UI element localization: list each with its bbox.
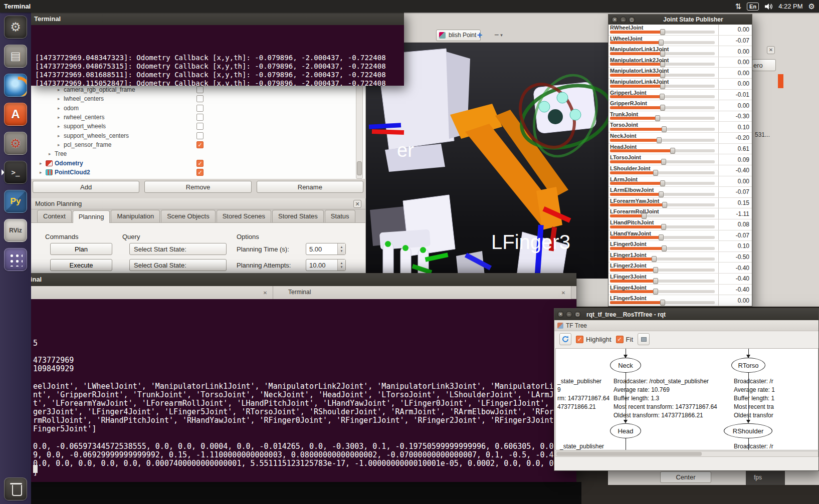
save-image-button[interactable]: [638, 333, 650, 345]
expand-arrow-icon[interactable]: [58, 142, 64, 147]
joint-slider[interactable]: [610, 182, 715, 185]
expand-arrow-icon[interactable]: [40, 170, 46, 175]
slider-handle[interactable]: [662, 245, 667, 251]
expand-arrow-icon[interactable]: [58, 96, 64, 101]
fit-checkbox-group[interactable]: Fit: [616, 336, 633, 343]
window-close-button[interactable]: [557, 311, 564, 318]
slider-handle[interactable]: [652, 256, 657, 262]
expand-arrow-icon[interactable]: [49, 151, 55, 156]
launcher-item-trash[interactable]: [3, 477, 28, 501]
joint-slider[interactable]: [610, 269, 715, 272]
launcher-icon[interactable]: ▤: [4, 45, 27, 68]
joint-slider[interactable]: [610, 193, 715, 196]
launcher-item-terminal[interactable]: >_: [3, 160, 28, 184]
enabled-checkbox[interactable]: [196, 86, 203, 93]
launcher-item-software-center[interactable]: A: [3, 102, 28, 126]
enabled-checkbox[interactable]: [196, 132, 203, 139]
launcher-icon[interactable]: A: [4, 103, 27, 126]
slider-handle[interactable]: [670, 148, 675, 154]
launcher-item-dash[interactable]: ⚙: [3, 15, 28, 39]
scrollbar-thumb[interactable]: [556, 452, 702, 456]
highlight-checkbox-group[interactable]: Highlight: [576, 336, 611, 343]
joint-slider[interactable]: [610, 280, 715, 283]
tree-item[interactable]: odom: [31, 104, 354, 113]
motion-planning-tab[interactable]: Manipulation: [111, 210, 160, 222]
session-gear-icon[interactable]: ⚙: [808, 3, 815, 10]
joint-slider[interactable]: [610, 74, 715, 77]
window-minimize-button[interactable]: [566, 311, 572, 318]
joint-slider[interactable]: [610, 31, 715, 34]
remove-tool-button[interactable]: −: [492, 30, 507, 41]
center-button[interactable]: Center: [660, 471, 711, 483]
joint-slider[interactable]: [610, 236, 715, 239]
slider-handle[interactable]: [660, 94, 665, 100]
enabled-checkbox[interactable]: [196, 169, 203, 176]
execute-button[interactable]: Execute: [50, 259, 112, 271]
joint-slider[interactable]: [610, 171, 715, 174]
tree-item[interactable]: PointCloud2: [31, 168, 354, 177]
expand-arrow-icon[interactable]: [58, 106, 64, 111]
motion-planning-tab[interactable]: Scene Objects: [161, 210, 216, 222]
window-minimize-button[interactable]: [620, 17, 627, 23]
motion-planning-tab[interactable]: Context: [37, 210, 72, 222]
joint-slider[interactable]: [610, 247, 715, 250]
enabled-checkbox[interactable]: [196, 141, 203, 148]
launcher-icon[interactable]: RViz: [4, 219, 27, 242]
rqt-titlebar[interactable]: rqt_tf_tree__RosTfTree - rqt: [554, 309, 818, 320]
slider-handle[interactable]: [655, 115, 660, 121]
select-start-state-dropdown[interactable]: Select Start State:: [129, 243, 227, 255]
slider-handle[interactable]: [653, 267, 658, 273]
launcher-item-files[interactable]: ▤: [3, 44, 28, 68]
displays-action-button[interactable]: Add: [33, 181, 139, 193]
launcher-item-system-settings[interactable]: ⚙: [3, 131, 28, 155]
keyboard-layout-indicator[interactable]: En: [747, 3, 759, 11]
joint-slider[interactable]: [610, 106, 715, 109]
tree-item[interactable]: camera_rgb_optical_frame: [31, 85, 354, 94]
clock[interactable]: 4:22 PM: [778, 3, 802, 10]
slider-handle[interactable]: [657, 137, 662, 143]
enabled-checkbox[interactable]: [196, 105, 203, 112]
tree-item[interactable]: lwheel_centers: [31, 94, 354, 103]
launcher-icon[interactable]: Py: [4, 190, 27, 213]
slider-handle[interactable]: [653, 170, 658, 176]
slider-handle[interactable]: [661, 159, 666, 165]
window-maximize-button[interactable]: [574, 311, 581, 318]
tf-node-head[interactable]: Head: [610, 423, 641, 438]
slider-handle[interactable]: [662, 202, 667, 208]
keyboard-swap-icon[interactable]: ⇅: [735, 3, 741, 10]
joint-slider[interactable]: [610, 139, 715, 142]
joint-slider[interactable]: [610, 290, 715, 293]
launcher-icon[interactable]: [4, 74, 27, 97]
terminal-output[interactable]: 5473772969109849929eelJoint', 'LWheelJoi…: [0, 299, 576, 482]
volume-icon[interactable]: [764, 3, 773, 10]
scrollbar-thumb[interactable]: [357, 161, 362, 175]
joint-slider[interactable]: [610, 214, 715, 217]
launcher-icon[interactable]: [4, 477, 27, 500]
jsp-titlebar[interactable]: Joint State Publisher: [608, 15, 752, 25]
refresh-button[interactable]: [559, 333, 571, 345]
launcher-icon[interactable]: >_: [4, 161, 27, 184]
tf-node-neck[interactable]: Neck: [610, 358, 641, 373]
slider-handle[interactable]: [659, 40, 664, 46]
terminal-titlebar[interactable]: Terminal: [0, 273, 576, 286]
tf-node-rtorso[interactable]: RTorso: [731, 358, 765, 373]
tab-close-icon[interactable]: [262, 289, 269, 296]
joint-slider[interactable]: [610, 149, 715, 152]
tree-item[interactable]: pcl_sensor_frame: [31, 140, 354, 149]
launcher-icon[interactable]: ⚙: [4, 16, 27, 39]
plan-button[interactable]: Plan: [50, 243, 112, 255]
spinbox-arrows-icon[interactable]: [337, 260, 345, 271]
launcher-icon[interactable]: ⚙: [4, 132, 27, 155]
terminal-tab-1[interactable]: [0, 286, 273, 299]
tree-item[interactable]: Tree: [31, 149, 354, 158]
tf-graph-canvas[interactable]: Neck RTorso Head RShoulder _state_publis…: [555, 348, 818, 450]
terminal-output[interactable]: [1473772969.048347323]: Odometry Callbac…: [31, 25, 404, 86]
motion-planning-tab[interactable]: Planning: [73, 210, 110, 223]
displays-scrollbar[interactable]: [356, 85, 363, 179]
window-close-button[interactable]: [611, 17, 618, 23]
joint-slider[interactable]: [610, 41, 715, 44]
expand-arrow-icon[interactable]: [58, 87, 64, 92]
slider-handle[interactable]: [660, 180, 665, 186]
launcher-icon[interactable]: [4, 248, 27, 271]
slider-handle[interactable]: [660, 300, 665, 306]
